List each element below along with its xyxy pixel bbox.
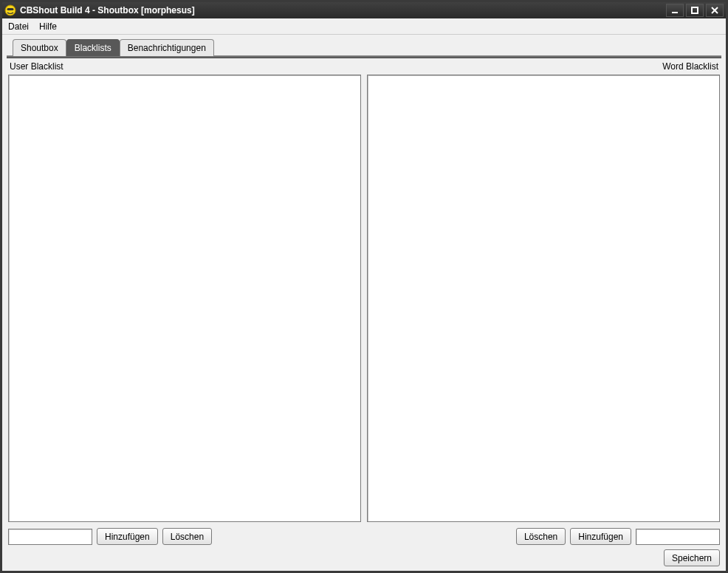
tab-shoutbox[interactable]: Shoutbox: [13, 39, 66, 56]
user-delete-button[interactable]: Löschen: [162, 528, 212, 545]
user-blacklist-label: User Blacklist: [10, 61, 63, 72]
close-button[interactable]: [706, 4, 724, 17]
word-input[interactable]: [636, 529, 720, 545]
minimize-button[interactable]: [666, 4, 684, 17]
user-add-button[interactable]: Hinzufügen: [97, 528, 158, 545]
word-blacklist-label: Word Blacklist: [662, 61, 718, 72]
app-icon: [4, 4, 16, 16]
tab-strip: Shoutbox Blacklists Benachrichtigungen: [13, 39, 721, 56]
user-controls: Hinzufügen Löschen: [8, 528, 212, 545]
controls-row: Hinzufügen Löschen Löschen Hinzufügen: [7, 522, 721, 545]
save-button[interactable]: Speichern: [664, 549, 720, 566]
window-title: CBShout Build 4 - Shoutbox [morphesus]: [20, 5, 666, 16]
user-input[interactable]: [8, 529, 92, 545]
blacklists-panel: User Blacklist Word Blacklist Hinzufügen…: [7, 58, 721, 566]
app-window: CBShout Build 4 - Shoutbox [morphesus] D…: [0, 0, 728, 573]
menu-help[interactable]: Hilfe: [39, 21, 57, 32]
tab-blacklists[interactable]: Blacklists: [66, 39, 120, 56]
lists-row: [7, 75, 721, 522]
save-row: Speichern: [7, 545, 721, 566]
svg-rect-1: [7, 8, 14, 10]
tab-notifications[interactable]: Benachrichtigungen: [120, 39, 214, 56]
word-add-button[interactable]: Hinzufügen: [570, 528, 631, 545]
word-controls: Löschen Hinzufügen: [516, 528, 720, 545]
svg-rect-3: [692, 7, 698, 13]
maximize-button[interactable]: [686, 4, 704, 17]
titlebar: CBShout Build 4 - Shoutbox [morphesus]: [2, 2, 726, 18]
menubar: Datei Hilfe: [2, 18, 726, 35]
user-blacklist-listbox[interactable]: [8, 75, 361, 522]
word-blacklist-listbox[interactable]: [367, 75, 720, 522]
list-labels: User Blacklist Word Blacklist: [7, 60, 721, 75]
menu-file[interactable]: Datei: [8, 21, 29, 32]
word-delete-button[interactable]: Löschen: [516, 528, 566, 545]
content-area: Shoutbox Blacklists Benachrichtigungen U…: [2, 35, 726, 571]
window-controls: [666, 4, 724, 17]
